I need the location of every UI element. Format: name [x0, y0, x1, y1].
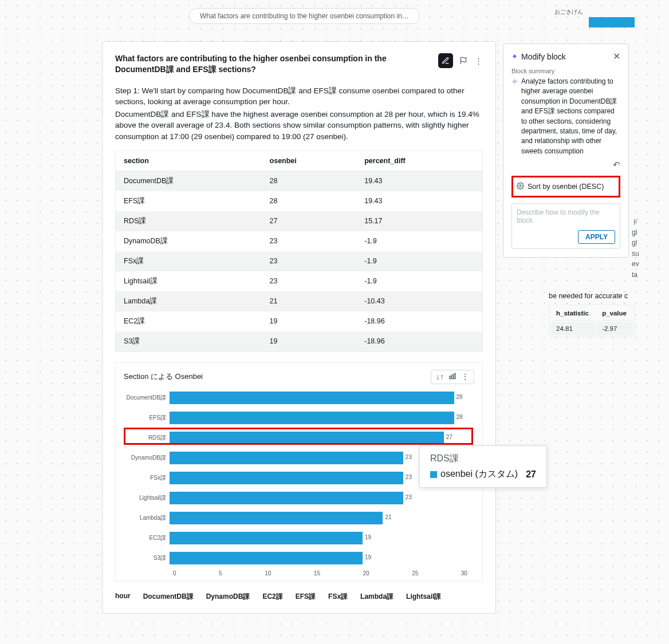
bar-value: 23 [406, 474, 412, 480]
lower-header: EFS課 [296, 592, 328, 602]
edit-button[interactable] [438, 53, 453, 68]
table-header: percent_diff [356, 151, 482, 171]
x-tick: 20 [363, 570, 369, 576]
bar-value: 21 [385, 514, 391, 520]
bar-fill [170, 552, 363, 564]
bar-row[interactable]: Lambda課21 [124, 510, 474, 527]
table-row: Lambda課21-10.43 [116, 291, 483, 311]
step-text-1: Step 1: We'll start by comparing how Doc… [115, 85, 483, 108]
sparkle-icon: ✦ [511, 52, 518, 61]
bar-label: FSx課 [124, 474, 170, 482]
gear-icon [517, 182, 524, 191]
bar-row[interactable]: RDS課27 [124, 430, 474, 447]
more-chart-icon[interactable]: ⋮ [461, 372, 469, 381]
bar-fill [170, 392, 454, 404]
flag-icon[interactable] [459, 56, 468, 65]
tooltip-series: osenbei (カスタム) [440, 468, 518, 480]
bar-value: 28 [457, 394, 463, 400]
card-title: What factors are contributing to the hig… [115, 53, 413, 75]
x-tick: 25 [412, 570, 418, 576]
analysis-card: What factors are contributing to the hig… [102, 41, 496, 614]
tooltip-color-square [430, 471, 437, 478]
bar-label: S3課 [124, 554, 170, 562]
bar-fill [170, 452, 403, 464]
table-row: S3課19-18.96 [116, 331, 483, 352]
undo-icon[interactable]: ↶ [613, 160, 620, 170]
summary-text: Analyze factors contributing to higher a… [521, 77, 620, 156]
bar-row[interactable]: EC2課19 [124, 530, 474, 547]
bar-fill [170, 492, 403, 504]
x-tick: 10 [265, 570, 271, 576]
side-title: Modify block [521, 52, 566, 61]
x-tick: 0 [173, 570, 176, 576]
bar-row[interactable]: DocumentDB課28 [124, 390, 474, 406]
bar-label: DynamoDB課 [124, 454, 170, 462]
bar-fill [170, 472, 403, 484]
lower-header: hour [115, 592, 143, 602]
table-row: DocumentDB課2819.43 [116, 171, 483, 191]
svg-point-3 [520, 185, 521, 187]
bar-fill [170, 532, 363, 544]
mini-table: h_statistic p_value 24.81 -2.97 [549, 305, 635, 337]
table-row: EC2課19-18.96 [116, 311, 483, 331]
table-row: DynamoDB課23-1.9 [116, 231, 483, 251]
bar-fill [170, 412, 454, 424]
bar-fill [170, 512, 383, 524]
table-row: FSx課23-1.9 [116, 251, 483, 271]
side-letters: ドglglsuevta [632, 216, 639, 280]
tooltip-value: 27 [526, 469, 536, 480]
bar-value: 28 [457, 414, 463, 420]
tooltip-title: RDS課 [430, 453, 536, 465]
more-icon[interactable]: ⋮ [474, 56, 483, 65]
chart-tooltip: RDS課 osenbei (カスタム) 27 [419, 445, 547, 488]
step-text-2: DocumentDB課 and EFS課 have the highest av… [115, 109, 483, 143]
lower-header: Lambda課 [360, 592, 406, 602]
bar-label: EFS課 [124, 414, 170, 422]
bar-label: Lightsail課 [124, 494, 170, 502]
lower-header: FSx課 [328, 592, 360, 602]
bar-value: 19 [365, 534, 371, 540]
lower-header: Lightsail課 [406, 592, 454, 602]
table-header: section [116, 151, 262, 171]
chart-title: Section による Osenbei [124, 372, 203, 382]
bar-fill [170, 432, 444, 444]
bar-value: 27 [446, 434, 452, 440]
bar-row[interactable]: S3課19 [124, 550, 474, 567]
table-row: EFS課2819.43 [116, 191, 483, 211]
svg-rect-2 [454, 373, 455, 378]
bar-value: 23 [406, 454, 412, 460]
table-row: Lightsail課23-1.9 [116, 271, 483, 291]
x-tick: 30 [461, 570, 467, 576]
svg-rect-0 [450, 376, 451, 379]
sort-icon[interactable]: ↓↑ [436, 372, 444, 381]
bar-value: 19 [365, 554, 371, 560]
chart-tools[interactable]: ↓↑ ⋮ [431, 370, 474, 384]
table-header: osenbei [262, 151, 357, 171]
bar-label: Lambda課 [124, 514, 170, 522]
sparkle-icon-2: ✧ [511, 77, 518, 156]
bar-label: RDS課 [124, 434, 170, 442]
svg-rect-1 [452, 374, 453, 378]
bar-chart-icon[interactable] [448, 372, 457, 382]
bar-row[interactable]: Lightsail課23 [124, 490, 474, 507]
sort-option[interactable]: Sort by osenbei (DESC) [511, 176, 620, 197]
table-row: RDS課2715.17 [116, 211, 483, 231]
bar-row[interactable]: EFS課28 [124, 410, 474, 426]
tiny-label: おごきげん [554, 8, 583, 16]
modify-input[interactable]: Describe how to modify the block APPLY [511, 203, 620, 249]
tiny-bar [589, 17, 635, 27]
summary-label: Block summary [511, 68, 620, 74]
lower-header: DynamoDB課 [206, 592, 263, 602]
lower-header: DocumentDB課 [143, 592, 206, 602]
sort-label: Sort by osenbei (DESC) [528, 183, 604, 191]
query-pill[interactable]: What factors are contributing to the hig… [189, 8, 420, 24]
lower-header: EC2課 [262, 592, 295, 602]
apply-button[interactable]: APPLY [578, 230, 615, 244]
bar-label: EC2課 [124, 534, 170, 542]
bar-value: 23 [406, 494, 412, 500]
lower-headers: hourDocumentDB課DynamoDB課EC2課EFS課FSx課Lamb… [115, 592, 483, 602]
x-tick: 15 [314, 570, 320, 576]
modify-placeholder: Describe how to modify the block [517, 208, 615, 224]
modify-block-panel: ✦ Modify block ✕ Block summary ✧ Analyze… [503, 44, 629, 258]
close-icon[interactable]: ✕ [613, 51, 620, 62]
